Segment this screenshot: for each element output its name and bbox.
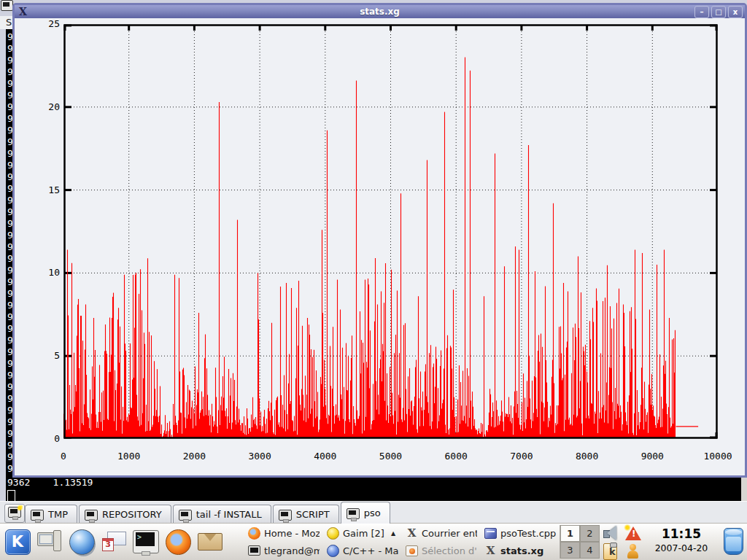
task-label: Home - Mozill [264,528,320,539]
x-tick-label: 10000 [696,451,740,462]
firefox-launcher[interactable] [165,529,191,555]
y-tick-label: 10 [35,267,60,278]
tab-label: REPOSITORY [102,509,162,520]
pager-desktop-3[interactable]: 3 [560,542,580,559]
klipper-tray-icon[interactable] [603,543,617,560]
buddy-tray-icon[interactable] [624,543,643,560]
task-label: Gaim [2] [343,528,384,539]
firefox-icon [248,527,260,540]
kmenu-icon: K [5,529,31,555]
x-tick-label: 3000 [238,451,282,462]
x11-app-icon: X [19,6,27,18]
taskbar-item-tlegrand-ma[interactable]: tlegrand@ma [245,542,322,560]
clock-date: 2007-04-20 [645,542,718,555]
y-tick-label: 5 [35,350,60,361]
pager-desktop-4[interactable]: 4 [580,542,600,559]
cpp-icon [327,545,339,557]
x-tick-label: 8000 [565,451,609,462]
taskbar-item-home-mozill[interactable]: Home - Mozill [245,525,322,542]
y-tick-label: 25 [35,18,60,29]
tab-repository[interactable]: REPOSITORY [79,505,171,524]
tab-tail--f-install[interactable]: tail -f INSTALL [173,505,271,524]
volume-tray-icon[interactable] [602,525,621,542]
kmail-icon [198,533,222,551]
xapp-icon: X [484,545,497,557]
pager-desktop-1[interactable]: 1 [560,525,580,542]
task-label: tlegrand@ma [264,545,320,556]
x-tick-label: 7000 [500,451,543,462]
group-window-arrow-icon[interactable]: ▲ [391,530,395,537]
terminal-cursor [7,490,15,502]
system-tray [601,524,645,560]
task-label: Courrier entr [422,528,477,539]
task-label: C/C++ - Mak [343,545,398,556]
close-button[interactable]: x [728,6,743,18]
xgraph-titlebar[interactable]: X stats.xg – □ x [15,5,745,18]
tab-label: SCRIPT [296,509,330,520]
x-tick-label: 1000 [107,451,151,462]
desktop-pager: 1234 [560,525,600,559]
x-tick-label: 5000 [369,451,413,462]
xapp-icon: X [406,527,418,540]
konqueror-icon [69,529,95,555]
konsole-launcher[interactable] [133,529,159,555]
x-tick-label: 6000 [434,451,478,462]
tab-script[interactable]: SCRIPT [273,505,339,524]
x-tick-label: 0 [42,451,85,462]
firefox-icon [166,529,191,555]
kmail-launcher[interactable] [197,529,223,555]
maximize-button[interactable]: □ [711,6,726,18]
kate-icon [484,528,497,539]
clock-time: 11:15 [645,526,718,542]
tab-tmp[interactable]: TMP [25,505,77,524]
chart-plot-area[interactable] [63,24,718,439]
konsole-titlebar-icon [1,0,13,11]
ksnap-icon [406,545,418,556]
x-tick-label: 4000 [303,451,347,462]
minimize-button[interactable]: – [694,6,709,18]
x-tick-label: 9000 [630,451,674,462]
konsole-icon [133,530,159,553]
terminal-icon [31,510,44,521]
xgraph-window: X stats.xg – □ x 0510152025 010002000300… [12,3,747,478]
window-title: stats.xg [15,7,745,17]
y-tick-label: 15 [35,184,60,195]
data-series [64,58,699,438]
task-label: psoTest.cpp [500,528,556,539]
konsole-icon [248,545,260,556]
taskbar-item-s-lection-d-a[interactable]: Sélection d'a [403,542,480,560]
kontact-icon [101,529,126,554]
kontact-launcher[interactable] [101,529,127,555]
taskbar-item-gaim-2-[interactable]: Gaim [2]▲ [324,525,401,542]
konsole-tabbar: TMPREPOSITORYtail -f INSTALLSCRIPTpso [0,501,747,524]
terminal-icon [279,510,292,521]
pager-desktop-2[interactable]: 2 [580,525,600,542]
taskbar-item-psotest-cpp[interactable]: psoTest.cpp [481,525,559,542]
glass-icon[interactable] [724,528,743,555]
taskbar-item-stats-xg[interactable]: Xstats.xg [481,542,559,560]
task-label: Sélection d'a [422,545,477,556]
kmenu-launcher[interactable]: K [4,529,31,555]
x-tick-label: 2000 [172,451,216,462]
tab-label: tail -f INSTALL [196,509,262,520]
task-label: stats.xg [500,545,543,556]
alert-tray-icon[interactable] [624,525,643,542]
tab-label: TMP [48,509,68,520]
y-tick-label: 20 [35,101,60,112]
konsole-menu-fragment[interactable]: S [6,17,12,28]
new-session-button[interactable] [4,504,25,523]
system-icon [37,529,62,554]
terminal-output-line: 9362 1.13519 [7,477,93,489]
kicker-panel: K Home - MozillGaim [2]▲XCourrier entrps… [0,523,747,560]
new-session-spark-icon [17,505,23,511]
taskbar-item-c-c-mak[interactable]: C/C++ - Mak [324,542,401,560]
panel-clock[interactable]: 11:15 2007-04-20 [645,526,718,555]
alert-spark-icon [624,524,631,531]
taskbar-item-courrier-entr[interactable]: XCourrier entr [403,525,480,542]
gaim-icon [327,527,339,540]
tab-label: pso [364,508,381,518]
konqueror-launcher[interactable] [69,529,95,555]
desktop: S 9. 9. 9. 9. 9. 9. 9. 9. 9. 9. 9. 9. 9.… [0,0,747,560]
tab-pso[interactable]: pso [341,502,390,524]
system-launcher[interactable] [36,529,63,555]
